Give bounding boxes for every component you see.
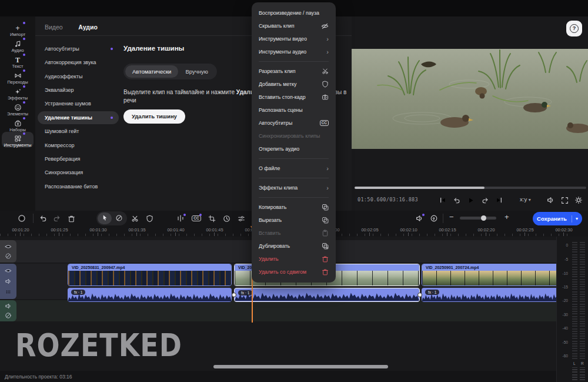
audio-clip-1[interactable]: fx · 1 xyxy=(68,288,232,302)
step-forward-icon[interactable] xyxy=(479,194,491,206)
settings-gear-icon[interactable] xyxy=(573,194,584,206)
sidebar-item-tools[interactable]: Инструменты xyxy=(2,132,34,148)
menu-item-detach-audio[interactable]: Открепить аудио xyxy=(252,142,336,155)
menu-item-insert-freeze-frame[interactable]: Вставить стоп-кадр xyxy=(252,91,336,104)
scissors-icon[interactable] xyxy=(128,212,141,225)
list-item-noise-gate[interactable]: Шумовой гейт xyxy=(38,125,119,138)
eye-icon[interactable] xyxy=(5,243,12,250)
menu-item-detect-scenes[interactable]: Распознать сцены xyxy=(252,104,336,117)
audio-clip-3[interactable]: fx · 1 xyxy=(422,288,564,302)
slash-circle-tool-icon[interactable] xyxy=(112,211,125,224)
list-item-sync[interactable]: Синхронизация xyxy=(38,166,119,179)
menu-item-video-tools[interactable]: Инструменты видео› xyxy=(252,32,336,45)
menu-item-clip-effects[interactable]: Эффекты клипа› xyxy=(252,181,336,194)
menu-item-delete-with-shift[interactable]: Удалить со сдвигом xyxy=(252,265,336,278)
marker-shield-icon[interactable] xyxy=(143,212,156,225)
delete-icon[interactable] xyxy=(65,212,78,225)
speed-icon[interactable] xyxy=(220,212,233,225)
menu-item-hide-clip[interactable]: Скрывать клип xyxy=(252,19,336,32)
list-item-autosubtitles[interactable]: Автосубтитры xyxy=(38,42,119,55)
speaker-icon[interactable] xyxy=(5,278,12,285)
menu-item-sync-clips[interactable]: Синхронизировать клипы xyxy=(252,129,336,142)
skip-start-icon[interactable] xyxy=(437,194,449,206)
save-button[interactable]: Сохранить ▾ xyxy=(533,212,582,225)
menu-item-cut[interactable]: Вырезать xyxy=(252,214,336,227)
pointer-tool-icon[interactable] xyxy=(98,211,111,224)
subtitles-cc-icon[interactable]: CC xyxy=(190,212,203,225)
step-back-icon[interactable] xyxy=(450,194,462,206)
track-lane-music[interactable] xyxy=(0,300,567,321)
mode-auto-segment[interactable]: Автоматически xyxy=(125,65,178,78)
slash-circle-icon[interactable] xyxy=(5,312,12,319)
menu-item-play-pause[interactable]: Воспроизведение / пауза xyxy=(252,6,336,19)
menu-item-copy[interactable]: Копировать xyxy=(252,201,336,214)
meter-scale-label: -10 xyxy=(563,271,568,275)
sidebar-item-import[interactable]: + Импорт xyxy=(2,21,34,36)
list-item-silence-removal[interactable]: Удаление тишины xyxy=(38,111,119,124)
fx-badge[interactable]: fx · 1 xyxy=(238,290,252,295)
list-item-compressor[interactable]: Компрессор xyxy=(38,139,119,152)
menu-item-split-clip[interactable]: Разрезать клип xyxy=(252,65,336,78)
fullscreen-icon[interactable] xyxy=(559,194,570,206)
eye-icon[interactable] xyxy=(5,267,12,274)
sidebar-item-audio[interactable]: Аудио xyxy=(2,37,34,52)
zoom-slider-thumb[interactable] xyxy=(481,215,486,221)
adjust-sliders-icon[interactable] xyxy=(235,212,248,225)
sidebar-item-transitions[interactable]: Переходы xyxy=(2,69,34,84)
chevron-down-icon[interactable]: ▾ xyxy=(576,216,578,221)
menu-item-add-marker[interactable]: Добавить метку xyxy=(252,78,336,91)
sidebar-item-effects[interactable]: Эффекты xyxy=(2,85,34,100)
video-clip-3[interactable]: VID_20250901_200724.mp4 xyxy=(422,264,564,286)
fx-badge[interactable]: fx · 1 xyxy=(425,290,439,295)
zoom-in-icon[interactable]: + xyxy=(505,212,509,221)
waveform xyxy=(235,291,419,301)
link-off-icon[interactable] xyxy=(5,253,12,260)
fx-badge[interactable]: fx · 1 xyxy=(71,290,85,295)
meter-low-block xyxy=(572,367,577,380)
mode-manual-segment[interactable]: Вручную xyxy=(178,65,215,78)
sidebar-item-text[interactable]: T Текст xyxy=(2,53,34,68)
timeline-zoom-slider[interactable] xyxy=(460,217,496,220)
menu-divider xyxy=(259,197,329,198)
record-icon[interactable] xyxy=(15,212,28,225)
tab-audio[interactable]: Аудио xyxy=(78,24,98,31)
audio-levels-icon[interactable] xyxy=(174,212,187,225)
menu-item-paste[interactable]: Вставить xyxy=(252,227,336,240)
volume-icon[interactable] xyxy=(544,194,556,206)
aspect-ratio-dropdown[interactable]: x:y ▾ xyxy=(520,196,531,202)
sidebar: + Импорт Аудио T Текст Переходы Эффекты … xyxy=(0,16,35,211)
skip-end-icon[interactable] xyxy=(493,194,505,206)
horizontal-scrollbar[interactable] xyxy=(213,365,388,368)
sidebar-item-kits[interactable]: Наборы xyxy=(2,117,34,132)
snap-dots-icon[interactable] xyxy=(5,288,12,295)
clip-trim-handle-left[interactable] xyxy=(232,293,236,297)
play-icon[interactable] xyxy=(465,194,476,206)
redo-icon[interactable] xyxy=(51,212,64,225)
speaker-icon[interactable] xyxy=(5,303,12,310)
voice-speaker-icon[interactable] xyxy=(413,212,426,225)
video-clip-1[interactable]: VID_20250831_200947.mp4 xyxy=(68,264,232,286)
menu-item-duplicate[interactable]: Дублировать xyxy=(252,240,336,253)
menu-item-about-file[interactable]: О файле› xyxy=(252,162,336,175)
remove-silence-button[interactable]: Удалить тишину xyxy=(123,109,185,124)
list-item-audio-effects[interactable]: Аудиоэффекты xyxy=(38,70,119,83)
menu-item-autosubtitles[interactable]: АвтосубтитрыCC xyxy=(252,117,336,129)
list-item-beat-detection[interactable]: Распознавание битов xyxy=(38,180,119,193)
playback-progress-bar[interactable] xyxy=(355,187,586,189)
clip-trim-handle-right[interactable] xyxy=(417,293,422,297)
menu-item-delete[interactable]: Удалить xyxy=(252,253,336,265)
zoom-out-icon[interactable]: − xyxy=(449,212,454,221)
list-item-noise-removal[interactable]: Устранение шумов xyxy=(38,97,119,110)
sidebar-item-elements[interactable]: Элементы xyxy=(2,101,34,116)
list-item-reverb[interactable]: Реверберация xyxy=(38,152,119,165)
list-item-equalizer[interactable]: Эквалайзер xyxy=(38,84,119,97)
help-button[interactable]: ? xyxy=(566,21,582,36)
tab-video[interactable]: Видео xyxy=(45,24,63,31)
menu-item-audio-tools[interactable]: Инструменты аудио› xyxy=(252,45,336,58)
sidebar-item-label: Эффекты xyxy=(2,95,34,101)
audio-clip-2-selected[interactable]: fx · 1 xyxy=(234,288,420,302)
gesture-icon[interactable] xyxy=(427,212,440,225)
undo-icon[interactable] xyxy=(36,212,49,225)
crop-icon[interactable] xyxy=(205,212,218,225)
list-item-autocorrection[interactable]: Автокоррекция звука xyxy=(38,56,119,69)
